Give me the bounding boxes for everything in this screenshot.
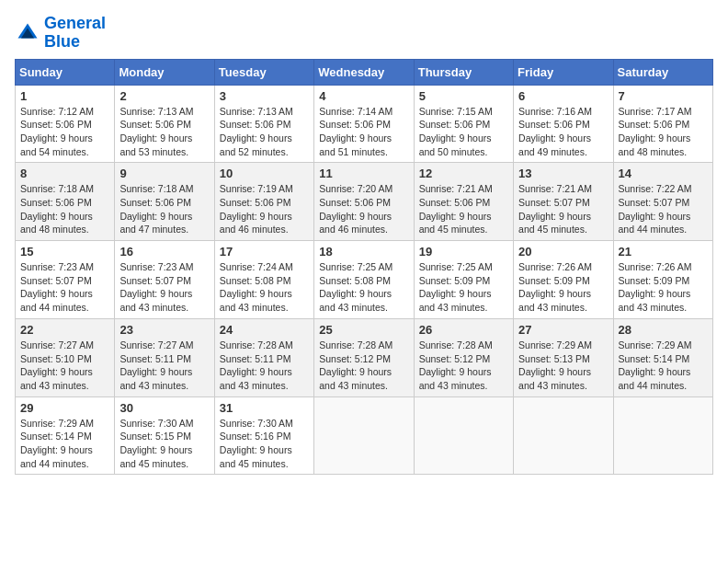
calendar-cell: 4 Sunrise: 7:14 AMSunset: 5:06 PMDayligh… — [314, 85, 414, 163]
calendar-cell: 10 Sunrise: 7:19 AMSunset: 5:06 PMDaylig… — [214, 163, 313, 241]
week-row-0: 1 Sunrise: 7:12 AMSunset: 5:06 PMDayligh… — [16, 85, 713, 163]
calendar-cell: 12 Sunrise: 7:21 AMSunset: 5:06 PMDaylig… — [414, 163, 513, 241]
day-info: Sunrise: 7:28 AMSunset: 5:12 PMDaylight:… — [419, 339, 508, 393]
day-info: Sunrise: 7:13 AMSunset: 5:06 PMDaylight:… — [220, 105, 309, 159]
calendar-cell: 9 Sunrise: 7:18 AMSunset: 5:06 PMDayligh… — [115, 163, 214, 241]
calendar-cell: 25 Sunrise: 7:28 AMSunset: 5:12 PMDaylig… — [314, 318, 414, 396]
header: General Blue — [15, 15, 713, 52]
day-info: Sunrise: 7:12 AMSunset: 5:06 PMDaylight:… — [20, 105, 109, 159]
week-row-1: 8 Sunrise: 7:18 AMSunset: 5:06 PMDayligh… — [16, 163, 713, 241]
logo-icon — [15, 20, 40, 46]
day-info: Sunrise: 7:28 AMSunset: 5:12 PMDaylight:… — [319, 339, 408, 393]
day-number: 12 — [419, 167, 508, 180]
calendar-cell: 18 Sunrise: 7:25 AMSunset: 5:08 PMDaylig… — [314, 241, 414, 319]
day-info: Sunrise: 7:23 AMSunset: 5:07 PMDaylight:… — [119, 260, 209, 315]
header-monday: Monday — [115, 59, 214, 85]
calendar-cell: 24 Sunrise: 7:28 AMSunset: 5:11 PMDaylig… — [214, 318, 313, 396]
day-number: 30 — [119, 401, 209, 415]
calendar-cell: 23 Sunrise: 7:27 AMSunset: 5:11 PMDaylig… — [115, 318, 214, 396]
week-row-2: 15 Sunrise: 7:23 AMSunset: 5:07 PMDaylig… — [16, 241, 713, 319]
day-number: 21 — [619, 245, 708, 259]
calendar-body: 1 Sunrise: 7:12 AMSunset: 5:06 PMDayligh… — [16, 85, 713, 475]
day-number: 17 — [220, 245, 309, 259]
calendar-cell: 17 Sunrise: 7:24 AMSunset: 5:08 PMDaylig… — [214, 241, 313, 319]
calendar: SundayMondayTuesdayWednesdayThursdayFrid… — [15, 59, 713, 476]
day-info: Sunrise: 7:13 AMSunset: 5:06 PMDaylight:… — [119, 105, 209, 159]
day-info: Sunrise: 7:21 AMSunset: 5:07 PMDaylight:… — [518, 182, 608, 236]
day-number: 10 — [220, 167, 309, 180]
day-info: Sunrise: 7:23 AMSunset: 5:07 PMDaylight:… — [20, 260, 109, 315]
header-sunday: Sunday — [16, 59, 115, 85]
calendar-cell: 16 Sunrise: 7:23 AMSunset: 5:07 PMDaylig… — [115, 241, 214, 319]
day-number: 28 — [619, 323, 708, 337]
header-friday: Friday — [514, 59, 613, 85]
calendar-cell — [613, 396, 712, 475]
day-number: 4 — [319, 89, 408, 103]
day-info: Sunrise: 7:22 AMSunset: 5:07 PMDaylight:… — [619, 182, 708, 236]
calendar-cell: 19 Sunrise: 7:25 AMSunset: 5:09 PMDaylig… — [414, 241, 513, 319]
day-info: Sunrise: 7:30 AMSunset: 5:15 PMDaylight:… — [119, 417, 209, 471]
week-row-4: 29 Sunrise: 7:29 AMSunset: 5:14 PMDaylig… — [16, 396, 713, 475]
day-info: Sunrise: 7:26 AMSunset: 5:09 PMDaylight:… — [619, 260, 708, 315]
day-info: Sunrise: 7:29 AMSunset: 5:14 PMDaylight:… — [20, 417, 109, 471]
day-number: 19 — [419, 245, 508, 259]
calendar-cell: 13 Sunrise: 7:21 AMSunset: 5:07 PMDaylig… — [514, 163, 613, 241]
calendar-cell: 29 Sunrise: 7:29 AMSunset: 5:14 PMDaylig… — [16, 396, 115, 475]
day-number: 18 — [319, 245, 408, 259]
calendar-cell: 6 Sunrise: 7:16 AMSunset: 5:06 PMDayligh… — [514, 85, 613, 163]
day-info: Sunrise: 7:18 AMSunset: 5:06 PMDaylight:… — [119, 182, 209, 236]
header-tuesday: Tuesday — [214, 59, 313, 85]
day-number: 25 — [319, 323, 408, 337]
calendar-cell: 14 Sunrise: 7:22 AMSunset: 5:07 PMDaylig… — [613, 163, 712, 241]
day-number: 13 — [518, 167, 608, 180]
day-number: 7 — [619, 89, 708, 103]
day-info: Sunrise: 7:18 AMSunset: 5:06 PMDaylight:… — [20, 182, 109, 236]
header-row: SundayMondayTuesdayWednesdayThursdayFrid… — [16, 59, 713, 85]
day-number: 29 — [20, 401, 109, 415]
day-number: 11 — [319, 167, 408, 180]
day-info: Sunrise: 7:29 AMSunset: 5:13 PMDaylight:… — [518, 339, 608, 393]
day-info: Sunrise: 7:29 AMSunset: 5:14 PMDaylight:… — [619, 339, 708, 393]
day-number: 8 — [20, 167, 109, 180]
day-info: Sunrise: 7:20 AMSunset: 5:06 PMDaylight:… — [319, 182, 408, 236]
calendar-cell: 8 Sunrise: 7:18 AMSunset: 5:06 PMDayligh… — [16, 163, 115, 241]
calendar-cell: 26 Sunrise: 7:28 AMSunset: 5:12 PMDaylig… — [414, 318, 513, 396]
calendar-cell: 1 Sunrise: 7:12 AMSunset: 5:06 PMDayligh… — [16, 85, 115, 163]
day-number: 23 — [119, 323, 209, 337]
calendar-cell: 27 Sunrise: 7:29 AMSunset: 5:13 PMDaylig… — [514, 318, 613, 396]
calendar-cell: 30 Sunrise: 7:30 AMSunset: 5:15 PMDaylig… — [115, 396, 214, 475]
calendar-cell: 22 Sunrise: 7:27 AMSunset: 5:10 PMDaylig… — [16, 318, 115, 396]
day-number: 14 — [619, 167, 708, 180]
day-info: Sunrise: 7:28 AMSunset: 5:11 PMDaylight:… — [220, 339, 309, 393]
calendar-cell: 20 Sunrise: 7:26 AMSunset: 5:09 PMDaylig… — [514, 241, 613, 319]
day-info: Sunrise: 7:17 AMSunset: 5:06 PMDaylight:… — [619, 105, 708, 159]
day-number: 9 — [119, 167, 209, 180]
header-wednesday: Wednesday — [314, 59, 414, 85]
day-number: 5 — [419, 89, 508, 103]
day-info: Sunrise: 7:30 AMSunset: 5:16 PMDaylight:… — [220, 417, 309, 471]
day-number: 3 — [220, 89, 309, 103]
day-info: Sunrise: 7:25 AMSunset: 5:08 PMDaylight:… — [319, 260, 408, 315]
day-number: 1 — [20, 89, 109, 103]
calendar-cell: 11 Sunrise: 7:20 AMSunset: 5:06 PMDaylig… — [314, 163, 414, 241]
day-number: 15 — [20, 245, 109, 259]
day-number: 26 — [419, 323, 508, 337]
calendar-cell: 21 Sunrise: 7:26 AMSunset: 5:09 PMDaylig… — [613, 241, 712, 319]
logo-text: General Blue — [44, 15, 106, 52]
header-saturday: Saturday — [613, 59, 712, 85]
week-row-3: 22 Sunrise: 7:27 AMSunset: 5:10 PMDaylig… — [16, 318, 713, 396]
day-info: Sunrise: 7:24 AMSunset: 5:08 PMDaylight:… — [220, 260, 309, 315]
calendar-cell: 3 Sunrise: 7:13 AMSunset: 5:06 PMDayligh… — [214, 85, 313, 163]
day-info: Sunrise: 7:26 AMSunset: 5:09 PMDaylight:… — [518, 260, 608, 315]
calendar-cell: 5 Sunrise: 7:15 AMSunset: 5:06 PMDayligh… — [414, 85, 513, 163]
day-info: Sunrise: 7:14 AMSunset: 5:06 PMDaylight:… — [319, 105, 408, 159]
day-info: Sunrise: 7:27 AMSunset: 5:10 PMDaylight:… — [20, 339, 109, 393]
calendar-cell: 15 Sunrise: 7:23 AMSunset: 5:07 PMDaylig… — [16, 241, 115, 319]
day-info: Sunrise: 7:27 AMSunset: 5:11 PMDaylight:… — [119, 339, 209, 393]
day-number: 27 — [518, 323, 608, 337]
calendar-cell: 31 Sunrise: 7:30 AMSunset: 5:16 PMDaylig… — [214, 396, 313, 475]
day-number: 31 — [220, 401, 309, 415]
calendar-cell — [514, 396, 613, 475]
calendar-cell — [414, 396, 513, 475]
logo: General Blue — [15, 15, 106, 52]
